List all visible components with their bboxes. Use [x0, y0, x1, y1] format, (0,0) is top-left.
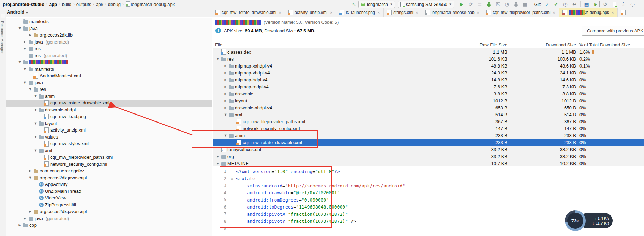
tool-window-stripe-icon[interactable]: [1, 14, 5, 18]
device-select[interactable]: samsung SM-G9550▼: [398, 1, 454, 8]
table-row[interactable]: ▶mipmap-xxhdpi-v448.8 KB48.6 KB0.1%: [213, 62, 644, 69]
chevron-collapsed-icon[interactable]: ▶: [223, 78, 228, 81]
table-row[interactable]: ▶mipmap-mdpi-v47.6 KB7.3 KB0%: [213, 83, 644, 90]
project-view-selector[interactable]: Android ▼: [7, 9, 28, 15]
breadcrumb-item[interactable]: build: [61, 2, 72, 7]
table-row[interactable]: network_security_config.xml147 B147 B0%: [213, 125, 644, 132]
tree-item[interactable]: ▶com.conqueror.ggcfcz: [6, 167, 212, 174]
close-tab-icon[interactable]: ×: [477, 10, 479, 15]
tree-item[interactable]: manifests: [6, 18, 212, 25]
chevron-collapsed-icon[interactable]: ▶: [223, 106, 228, 109]
close-tab-icon[interactable]: ×: [279, 10, 281, 15]
tree-item[interactable]: ▼layout: [6, 120, 212, 127]
chevron-expanded-icon[interactable]: ▼: [28, 88, 32, 91]
table-row[interactable]: ▶drawable3.8 KB3.8 KB0%: [213, 90, 644, 97]
table-row[interactable]: ▶mipmap-hdpi-v414.8 KB14.6 KB0%: [213, 76, 644, 83]
close-tab-icon[interactable]: ×: [553, 10, 555, 15]
resource-manager-stripe-button[interactable]: Resource Manager: [0, 21, 5, 54]
chevron-expanded-icon[interactable]: ▼: [33, 122, 38, 125]
chevron-collapsed-icon[interactable]: ▶: [17, 223, 22, 227]
tree-item[interactable]: ▼org.cocos2dx.javascript: [6, 174, 212, 181]
chevron-collapsed-icon[interactable]: ▶: [23, 40, 27, 44]
chevron-expanded-icon[interactable]: ▼: [33, 149, 38, 152]
chevron-expanded-icon[interactable]: ▼: [23, 68, 27, 71]
tree-item[interactable]: ▼anim: [6, 93, 212, 100]
tree-item[interactable]: CVideoView: [6, 195, 212, 202]
project-structure-icon[interactable]: ▦: [582, 0, 591, 8]
editor-tab[interactable]: ic_launcher.png×: [336, 8, 384, 17]
tree-item[interactable]: AndroidManifest.xml: [6, 72, 212, 79]
table-row[interactable]: ▶drawable-xhdpi-v4653 B650 B0%: [213, 104, 644, 111]
debug-icon[interactable]: [484, 0, 493, 8]
tree-item[interactable]: ▶java(generated): [6, 215, 212, 222]
breadcrumb-item[interactable]: app: [48, 2, 58, 7]
chevron-collapsed-icon[interactable]: ▶: [23, 217, 27, 220]
stop-icon[interactable]: ■: [521, 0, 530, 8]
tree-item[interactable]: ▼res: [6, 86, 212, 93]
chevron-expanded-icon[interactable]: ▼: [33, 135, 38, 139]
column-file[interactable]: File: [215, 42, 222, 47]
update-project-icon[interactable]: ↙: [543, 0, 552, 8]
column-percent-of-total[interactable]: % of Total Download Size: [579, 42, 630, 47]
column-raw-file-size[interactable]: Raw File Size: [439, 42, 507, 47]
chevron-expanded-icon[interactable]: ▼: [33, 95, 38, 98]
tree-item[interactable]: ▼: [6, 59, 212, 66]
tree-item[interactable]: ▶org.cocos2dx.javascript: [6, 208, 212, 215]
table-row[interactable]: ▼res101.6 KB100.6 KB0.2%: [213, 55, 644, 62]
chevron-expanded-icon[interactable]: ▼: [215, 57, 220, 61]
chevron-expanded-icon[interactable]: ▼: [223, 134, 228, 137]
tree-item[interactable]: ▼drawable-xhdpi: [6, 107, 212, 113]
run-configuration-select[interactable]: longmarch▼: [358, 1, 395, 8]
editor-tab[interactable]: longmarch-release.aab×: [422, 8, 483, 17]
sdk-manager-icon[interactable]: ⇩: [619, 0, 628, 8]
chevron-collapsed-icon[interactable]: ▶: [215, 162, 220, 165]
chevron-expanded-icon[interactable]: ▼: [23, 81, 27, 84]
fold-marker-icon[interactable]: ⊟: [229, 177, 235, 180]
tree-item[interactable]: ▼values: [6, 134, 212, 141]
chevron-collapsed-icon[interactable]: ▶: [223, 64, 228, 68]
tree-item[interactable]: CAppActivity: [6, 181, 212, 188]
compare-with-previous-apk-button[interactable]: Compare with previous APK..: [582, 26, 644, 36]
table-row[interactable]: cqr_mw_fileprovider_paths.xml367 B367 B0…: [213, 118, 644, 125]
editor-tab[interactable]: longmarch-debug.apk×: [559, 8, 618, 17]
chevron-expanded-icon[interactable]: ▼: [28, 176, 32, 179]
table-row[interactable]: ▶META-INF10.7 KB10.2 KB0%: [213, 160, 644, 166]
profiler-icon[interactable]: ◔: [502, 0, 512, 8]
tree-item[interactable]: activity_unzip.xml: [6, 127, 212, 134]
chevron-expanded-icon[interactable]: ▼: [17, 27, 22, 30]
run-with-coverage-icon[interactable]: ≣: [475, 0, 484, 8]
attach-debugger-to-process-icon[interactable]: [512, 0, 521, 8]
chevron-collapsed-icon[interactable]: ▶: [215, 155, 220, 158]
tree-item[interactable]: cqr_mw_styles.xml: [6, 140, 212, 147]
chevron-expanded-icon[interactable]: ▼: [17, 61, 22, 64]
chevron-expanded-icon[interactable]: ▼: [223, 113, 228, 116]
file-table-header[interactable]: File Raw File Size Download Size % of To…: [213, 41, 644, 49]
table-row[interactable]: ▶mipmap-xhdpi-v424.3 KB24.1 KB0%: [213, 69, 644, 76]
rollback-icon[interactable]: ↩: [570, 0, 579, 8]
editor-tab[interactable]: strings.xml×: [384, 8, 422, 17]
close-tab-icon[interactable]: ×: [330, 10, 332, 15]
device-manager-icon[interactable]: [610, 0, 619, 8]
tree-item[interactable]: ▼xml: [6, 147, 212, 154]
close-tab-icon[interactable]: ×: [378, 10, 380, 15]
tree-item[interactable]: cqr_mw_rotate_drawable.xml: [6, 100, 212, 107]
table-row[interactable]: cqr_mw_rotate_drawable.xml233 B233 B0%: [213, 139, 644, 146]
chevron-collapsed-icon[interactable]: ▶: [223, 99, 228, 102]
tree-item[interactable]: network_security_config.xml: [6, 161, 212, 168]
tree-item[interactable]: ▶java(generated): [6, 39, 212, 46]
editor-tab[interactable]: cqr_mw_rotate_drawable.xml×: [212, 8, 285, 17]
tree-item[interactable]: ▶res: [6, 45, 212, 52]
tree-item[interactable]: CZipProgressUtil: [6, 202, 212, 209]
table-row[interactable]: ▼xml514 B514 B0%: [213, 111, 644, 118]
tree-item[interactable]: ▶org.cocos2dx.lib: [6, 32, 212, 39]
apply-changes-icon[interactable]: ⟳: [466, 0, 475, 8]
tree-item[interactable]: CUnZipMainThread: [6, 188, 212, 195]
tree-item[interactable]: ▼java: [6, 79, 212, 86]
column-download-size[interactable]: Download Size: [513, 42, 576, 47]
breadcrumb-item[interactable]: proj.android-studio: [2, 2, 45, 7]
table-row[interactable]: ▶layout1012 B1012 B0%: [213, 97, 644, 104]
tree-item[interactable]: res(generated): [6, 52, 212, 59]
table-row[interactable]: classes.dex1.1 MB1.1 MB1.6%: [213, 48, 644, 55]
search-everywhere-icon[interactable]: ◌: [628, 0, 637, 8]
chevron-expanded-icon[interactable]: ▼: [33, 108, 38, 111]
